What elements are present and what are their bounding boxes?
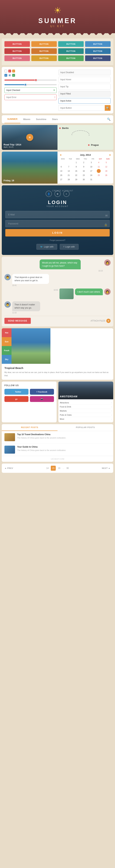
blog-tag-fresh[interactable]: Fresh bbox=[2, 346, 11, 355]
button-teal-2[interactable]: BUTTON bbox=[58, 48, 84, 54]
cal-day-28[interactable]: 28 bbox=[67, 178, 71, 181]
tab-waves[interactable]: Waves bbox=[21, 115, 33, 123]
email-input[interactable] bbox=[5, 211, 110, 218]
cal-day-16[interactable]: 16 bbox=[82, 169, 86, 173]
cal-day-17[interactable]: 17 bbox=[89, 169, 93, 173]
cal-day-26[interactable]: 26 bbox=[104, 173, 108, 177]
checkbox-checked[interactable]: ✓ bbox=[4, 74, 7, 77]
cal-day-10[interactable]: 10 bbox=[89, 165, 93, 169]
checkbox-orange[interactable]: ✓ bbox=[12, 70, 15, 72]
amsterdam-item-attractions[interactable]: Attractions › bbox=[60, 401, 112, 405]
cal-day-13[interactable]: 13 bbox=[59, 169, 63, 173]
cal-day-11[interactable]: 11 bbox=[97, 165, 101, 169]
button-teal-1[interactable]: BUTTON bbox=[58, 41, 84, 47]
instagram-follow-btn[interactable]: 📷 bbox=[30, 396, 54, 402]
cal-day-21[interactable]: 21 bbox=[67, 173, 71, 177]
amsterdam-item-more[interactable]: More › bbox=[60, 417, 112, 421]
button-red-2[interactable]: BUTTON bbox=[4, 48, 30, 54]
cal-day-2[interactable]: 2 bbox=[82, 160, 86, 164]
slider-thumb-blue[interactable] bbox=[24, 84, 27, 86]
select-input-checked[interactable]: Input Checked bbox=[4, 87, 56, 93]
login-button[interactable]: LOGIN bbox=[5, 229, 110, 237]
search-tab-icon[interactable]: 🔍 bbox=[107, 118, 111, 121]
button-navy[interactable]: BUTTON bbox=[85, 55, 111, 61]
cal-day-6[interactable]: 6 bbox=[59, 165, 63, 169]
checkbox-unchecked-1[interactable] bbox=[4, 70, 7, 72]
button-blue-1[interactable]: BUTTON bbox=[85, 41, 111, 47]
button-blue-2[interactable]: BUTTON bbox=[85, 48, 111, 54]
cal-day-18-today[interactable]: 18 bbox=[97, 169, 101, 173]
page-15-active[interactable]: 15 bbox=[51, 466, 56, 471]
slider-red[interactable] bbox=[4, 80, 56, 81]
checkbox-red[interactable]: ✓ bbox=[8, 70, 11, 72]
tab-sunshine[interactable]: Sunshine bbox=[33, 115, 49, 123]
facebook-follow-btn[interactable]: f Facebook bbox=[30, 389, 54, 395]
tab-summer[interactable]: SUMMER bbox=[4, 115, 21, 123]
blog-tag-sun[interactable]: Sun bbox=[2, 337, 11, 346]
cal-day-8[interactable]: 8 bbox=[74, 165, 78, 169]
cal-day-1[interactable]: 1 bbox=[74, 160, 78, 164]
login-facebook-btn[interactable]: f Login with bbox=[60, 244, 78, 250]
button-yellow[interactable]: BUTTON bbox=[31, 55, 57, 61]
button-orange-1[interactable]: BUTTON bbox=[31, 41, 57, 47]
slider-blue[interactable] bbox=[4, 84, 56, 85]
cal-day-14[interactable]: 14 bbox=[67, 169, 71, 173]
button-pink[interactable]: BUTTON bbox=[4, 55, 30, 61]
tab-stars[interactable]: Stars bbox=[49, 115, 61, 123]
send-message-button[interactable]: SEND MESSAGE bbox=[4, 318, 31, 324]
checkbox-green[interactable]: ✓ bbox=[12, 74, 15, 77]
attach-files-button[interactable]: ATTACH FILES ⊕ bbox=[90, 319, 111, 323]
amsterdam-item-pubs[interactable]: Pubs & Clubs › bbox=[60, 413, 112, 417]
form-grid: ✓ ✓ ✓ ✓ Input Checked bbox=[4, 70, 111, 111]
cal-day-20[interactable]: 20 bbox=[59, 173, 63, 177]
forgot-password-link[interactable]: Forgot password? bbox=[5, 239, 110, 241]
gplus-follow-btn[interactable]: g+ bbox=[4, 396, 29, 402]
cal-day-23[interactable]: 23 bbox=[82, 173, 86, 177]
next-page-btn[interactable]: NEXT ► bbox=[102, 467, 111, 469]
cal-day-31[interactable]: 31 bbox=[89, 178, 93, 181]
cal-day-3[interactable]: 3 bbox=[89, 160, 93, 164]
input-hover[interactable] bbox=[59, 77, 111, 82]
search-button-icon[interactable]: 🔍 bbox=[105, 105, 111, 111]
blog-tag-sky[interactable]: Sky bbox=[2, 355, 11, 364]
tab-popular-posts[interactable]: POPULAR POSTS bbox=[58, 424, 113, 431]
button-orange-2[interactable]: BUTTON bbox=[31, 48, 57, 54]
page-16[interactable]: 16 bbox=[56, 466, 62, 471]
cal-day-19[interactable]: 19 bbox=[104, 169, 108, 173]
button-red-1[interactable]: BUTTON bbox=[4, 41, 30, 47]
input-error[interactable] bbox=[4, 94, 56, 100]
cal-day-24[interactable]: 24 bbox=[89, 173, 93, 177]
post-item-1[interactable]: Top 10 Travel Destinations China The his… bbox=[2, 431, 113, 443]
prev-page-btn[interactable]: ◄ PREV bbox=[4, 467, 13, 469]
cal-day-12[interactable]: 12 bbox=[104, 165, 108, 169]
cal-day-29[interactable]: 29 bbox=[74, 178, 78, 181]
cal-day-4[interactable]: 4 bbox=[97, 160, 101, 164]
twitter-follow-btn[interactable]: 🐦 Twitter bbox=[4, 389, 29, 395]
page-14[interactable]: 14 bbox=[45, 466, 50, 471]
input-active[interactable] bbox=[59, 98, 111, 104]
cal-day-27[interactable]: 27 bbox=[59, 178, 63, 181]
amsterdam-item-markets[interactable]: Markets › bbox=[60, 409, 112, 413]
page-90[interactable]: 90 bbox=[65, 466, 70, 471]
amsterdam-item-food[interactable]: Food & Drink › bbox=[60, 405, 112, 409]
post-item-2[interactable]: Your Guide to China The history of China… bbox=[2, 443, 113, 456]
password-input[interactable] bbox=[5, 220, 110, 227]
login-twitter-btn[interactable]: 🐦 Login with bbox=[36, 244, 57, 250]
cal-day-9[interactable]: 9 bbox=[82, 165, 86, 169]
cal-day-25[interactable]: 25 bbox=[97, 173, 101, 177]
input-button[interactable] bbox=[59, 105, 111, 111]
cal-day-22[interactable]: 22 bbox=[74, 173, 78, 177]
cal-day-5[interactable]: 5 bbox=[104, 160, 108, 164]
cal-day-30[interactable]: 30 bbox=[82, 178, 86, 181]
blog-tag-hot[interactable]: Hot bbox=[2, 328, 11, 337]
slider-thumb-red[interactable] bbox=[35, 79, 37, 81]
button-green[interactable]: BUTTON bbox=[58, 55, 84, 61]
input-tip[interactable] bbox=[59, 84, 111, 90]
input-filled[interactable] bbox=[59, 91, 111, 97]
cal-day-15[interactable]: 15 bbox=[74, 169, 78, 173]
radio-selected[interactable] bbox=[8, 74, 11, 77]
cal-next-btn[interactable]: ► bbox=[109, 153, 111, 156]
cal-prev-btn[interactable]: ◄ bbox=[59, 153, 62, 156]
cal-day-7[interactable]: 7 bbox=[67, 165, 71, 169]
tab-recent-posts[interactable]: RECENT POSTS bbox=[2, 424, 58, 431]
